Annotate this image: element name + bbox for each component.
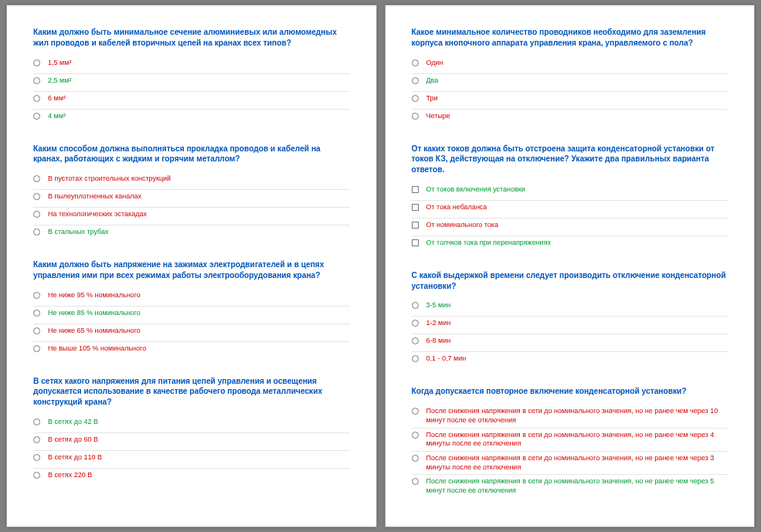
option-row[interactable]: В сетях до 60 В [33,433,350,451]
option-row[interactable]: В стальных трубах [33,225,350,242]
option-row[interactable]: Один [412,56,729,74]
question-block: Каким должно быть напряжение на зажимах … [33,259,350,359]
radio-icon[interactable] [412,408,419,415]
option-label: 3-5 мин [426,301,729,310]
option-label: Не выше 105 % номинального [48,344,350,354]
option-row[interactable]: В сетях до 110 В [33,451,350,469]
radio-icon[interactable] [33,59,40,66]
option-row[interactable]: От токов включения установки [412,183,729,201]
question-block: Когда допускается повторное включение ко… [412,386,729,497]
option-label: От толчков тока при перенапряжениях [426,239,729,248]
option-label: В сетях до 110 В [48,453,350,463]
option-row[interactable]: От тока небаланса [412,201,729,219]
radio-icon[interactable] [33,292,40,299]
option-row[interactable]: От толчков тока при перенапряжениях [412,236,729,253]
radio-icon[interactable] [412,320,419,327]
radio-icon[interactable] [33,175,40,182]
radio-icon[interactable] [412,59,419,66]
option-label: От тока небаланса [426,203,729,212]
page-2: Какое минимальное количество проводников… [385,5,756,527]
checkbox-icon[interactable] [412,222,419,229]
option-row[interactable]: Не ниже 85 % номинального [33,307,350,324]
option-label: В пустотах строительных конструкций [48,175,350,184]
radio-icon[interactable] [33,436,40,443]
radio-icon[interactable] [33,454,40,461]
option-label: 6-8 мин [426,337,729,346]
radio-icon[interactable] [33,229,40,236]
question-text: Какое минимальное количество проводников… [412,27,729,49]
question-block: С какой выдержкой времени следует произв… [412,270,729,370]
option-label: Один [426,59,729,68]
radio-icon[interactable] [33,472,40,479]
option-label: 6 мм² [48,94,350,103]
option-row[interactable]: 1,5 мм² [33,56,350,74]
option-row[interactable]: 6-8 мин [412,334,729,352]
radio-icon[interactable] [33,327,40,334]
option-row[interactable]: 3-5 мин [412,299,729,317]
radio-icon[interactable] [412,95,419,102]
option-row[interactable]: После снижения напряжения в сети до номи… [412,452,729,475]
option-row[interactable]: Три [412,92,729,110]
radio-icon[interactable] [33,211,40,218]
option-label: После снижения напряжения в сети до номи… [426,431,729,449]
option-row[interactable]: 0,1 - 0,7 мин [412,352,729,369]
radio-icon[interactable] [33,310,40,317]
radio-icon[interactable] [412,77,419,84]
option-row[interactable]: В пылеуплотненных каналах [33,190,350,208]
radio-icon[interactable] [412,432,419,439]
radio-icon[interactable] [33,345,40,352]
option-label: В сетях 220 В [48,471,350,480]
option-label: Два [426,76,729,86]
option-row[interactable]: В сетях до 42 В [33,415,350,433]
option-row[interactable]: 1-2 мин [412,317,729,334]
option-label: От номинального тока [426,221,729,230]
page-1: Каким должно быть минимальное сечение ал… [6,5,377,527]
option-label: На технологических эстакадах [48,210,350,219]
radio-icon[interactable] [412,478,419,485]
option-label: В сетях до 60 В [48,435,350,445]
option-row[interactable]: 2,5 мм² [33,74,350,92]
option-row[interactable]: После снижения напряжения в сети до номи… [412,475,729,497]
radio-icon[interactable] [33,95,40,102]
question-block: Какое минимальное количество проводников… [412,27,729,127]
option-row[interactable]: На технологических эстакадах [33,208,350,225]
option-label: Не ниже 95 % номинального [48,291,350,300]
question-text: С какой выдержкой времени следует произв… [412,270,729,292]
option-row[interactable]: Не выше 105 % номинального [33,342,350,359]
option-row[interactable]: Четыре [412,110,729,127]
option-row[interactable]: Не ниже 95 % номинального [33,289,350,307]
radio-icon[interactable] [412,113,419,120]
checkbox-icon[interactable] [412,239,419,246]
option-row[interactable]: В сетях 220 В [33,469,350,486]
radio-icon[interactable] [33,113,40,120]
option-label: В пылеуплотненных каналах [48,192,350,202]
checkbox-icon[interactable] [412,186,419,193]
option-label: 1-2 мин [426,319,729,328]
option-row[interactable]: После снижения напряжения в сети до номи… [412,405,729,428]
radio-icon[interactable] [412,337,419,344]
option-row[interactable]: 6 мм² [33,92,350,110]
radio-icon[interactable] [33,418,40,425]
option-row[interactable]: Два [412,74,729,92]
option-label: Не ниже 65 % номинального [48,327,350,336]
option-row[interactable]: После снижения напряжения в сети до номи… [412,429,729,452]
question-text: От каких токов должна быть отстроена защ… [412,144,729,175]
option-row[interactable]: От номинального тока [412,219,729,236]
option-row[interactable]: 4 мм² [33,110,350,127]
question-block: В сетях какого напряжения для питания це… [33,376,350,486]
option-label: От токов включения установки [426,185,729,195]
option-label: После снижения напряжения в сети до номи… [426,454,729,472]
radio-icon[interactable] [412,302,419,309]
question-block: От каких токов должна быть отстроена защ… [412,144,729,253]
checkbox-icon[interactable] [412,204,419,211]
option-label: После снижения напряжения в сети до номи… [426,477,729,495]
option-label: 4 мм² [48,112,350,121]
option-label: После снижения напряжения в сети до номи… [426,407,729,425]
option-row[interactable]: В пустотах строительных конструкций [33,172,350,190]
radio-icon[interactable] [412,355,419,362]
option-row[interactable]: Не ниже 65 % номинального [33,324,350,342]
radio-icon[interactable] [33,193,40,200]
radio-icon[interactable] [412,455,419,462]
option-label: 2,5 мм² [48,76,350,86]
radio-icon[interactable] [33,77,40,84]
